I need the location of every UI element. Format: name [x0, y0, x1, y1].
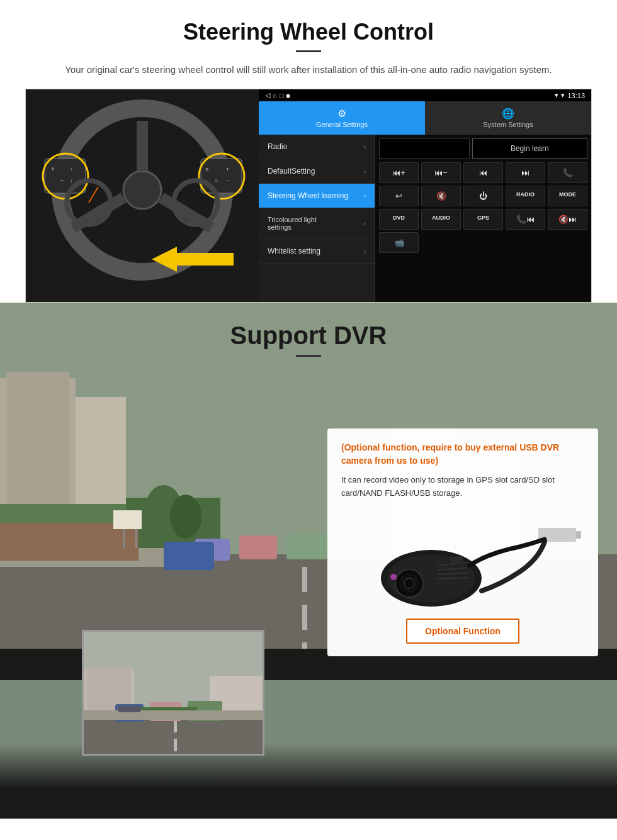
ctrl-dvd[interactable]: DVD	[379, 209, 419, 230]
tab-general-label: General Settings	[263, 121, 421, 128]
svg-text:≡: ≡	[205, 166, 208, 172]
svg-rect-33	[239, 535, 277, 559]
recents-nav: □	[280, 92, 284, 99]
gear-icon: ⚙	[263, 108, 421, 120]
dvr-title-block: Support DVR	[0, 303, 617, 357]
svg-text:+: +	[51, 165, 55, 172]
ctrl-back[interactable]: ↩	[379, 186, 419, 206]
ctrl-audio[interactable]: AUDIO	[421, 209, 461, 230]
ctrl-gps[interactable]: GPS	[463, 209, 503, 230]
control-panel: Begin learn ⏮+ ⏮− ⏮ ⏭ 📞 ↩ 🔇 ⏻	[375, 135, 591, 302]
svg-text:↑: ↑	[70, 167, 72, 172]
svg-rect-71	[118, 706, 140, 712]
svg-rect-34	[286, 534, 327, 559]
tab-system-label: System Settings	[429, 121, 587, 128]
dvr-info-card: (Optional function, require to buy exter…	[327, 428, 598, 656]
controls-row1: ⏮+ ⏮− ⏮ ⏭ 📞	[379, 162, 587, 183]
settings-menu: Radio › DefaultSetting › Steering Wheel …	[259, 135, 375, 302]
steering-demo: + − ↑ ↓ ≡ ○ + −	[25, 89, 592, 303]
svg-rect-11	[201, 159, 242, 193]
menu-steering-label: Steering Wheel learning	[268, 191, 348, 200]
globe-icon: 🌐	[429, 108, 587, 120]
ctrl-call[interactable]: 📞	[548, 162, 587, 183]
android-tabs: ⚙ General Settings 🌐 System Settings	[259, 101, 591, 135]
steering-title: Steering Wheel Control	[25, 19, 592, 45]
ctrl-camera[interactable]: 📹	[379, 232, 419, 253]
svg-rect-58	[450, 556, 463, 564]
dvr-optional-text: (Optional function, require to buy exter…	[341, 441, 584, 468]
svg-text:↓: ↓	[70, 178, 72, 184]
ctrl-mode[interactable]: MODE	[548, 186, 587, 206]
menu-default-setting[interactable]: DefaultSetting ›	[259, 159, 375, 184]
svg-rect-44	[164, 542, 214, 570]
time-display: 13:13	[567, 92, 585, 99]
menu-tricoloured-label: Tricoloured lightsettings	[268, 216, 317, 231]
chevron-right-icon4: ›	[364, 220, 366, 227]
steering-wheel-svg: + − ↑ ↓ ≡ ○ + −	[26, 89, 259, 303]
ctrl-prev[interactable]: ⏮	[463, 162, 503, 183]
dvr-preview-thumbnail	[82, 630, 264, 756]
menu-radio-label: Radio	[268, 142, 287, 151]
android-statusbar: ◁ ○ □ ■ ▾ ▾ 13:13	[259, 89, 591, 101]
empty-left-cell	[379, 138, 470, 159]
menu-whitelist-label: Whitelist setting	[268, 247, 320, 255]
dvr-description: It can record video only to storage in G…	[341, 474, 584, 500]
svg-point-2	[123, 171, 161, 209]
tab-system-settings[interactable]: 🌐 System Settings	[425, 101, 591, 135]
ctrl-vol-up[interactable]: ⏮+	[379, 162, 419, 183]
stop-nav: ■	[286, 92, 290, 99]
controls-row4: 📹	[379, 232, 587, 253]
back-nav: ◁	[265, 91, 270, 99]
ctrl-power[interactable]: ⏻	[463, 186, 503, 206]
steering-photo: + − ↑ ↓ ≡ ○ + −	[26, 89, 259, 303]
home-nav: ○	[273, 92, 277, 99]
dvr-section: Support DVR (Optional function, require …	[0, 303, 617, 819]
steering-section: Steering Wheel Control Your original car…	[0, 0, 617, 303]
chevron-right-icon5: ›	[364, 248, 366, 255]
chevron-right-icon2: ›	[364, 168, 366, 175]
svg-rect-47	[576, 531, 581, 539]
svg-rect-70	[84, 710, 264, 720]
svg-text:○: ○	[215, 177, 218, 184]
begin-learn-button[interactable]: Begin learn	[472, 138, 588, 159]
chevron-right-icon3: ›	[364, 193, 366, 199]
android-content: Radio › DefaultSetting › Steering Wheel …	[259, 135, 591, 302]
chevron-right-icon: ›	[364, 143, 366, 150]
svg-rect-29	[302, 567, 307, 592]
ctrl-radio[interactable]: RADIO	[506, 186, 545, 206]
svg-rect-42	[123, 529, 125, 548]
dvr-camera-illustration	[341, 509, 584, 610]
menu-default-label: DefaultSetting	[268, 167, 315, 176]
menu-whitelist[interactable]: Whitelist setting ›	[259, 239, 375, 264]
signal-icon: ▾	[555, 91, 558, 99]
optional-function-button[interactable]: Optional Function	[406, 619, 519, 644]
ctrl-next[interactable]: ⏭	[506, 162, 545, 183]
controls-row2: ↩ 🔇 ⏻ RADIO MODE	[379, 186, 587, 206]
menu-steering-wheel[interactable]: Steering Wheel learning ›	[259, 184, 375, 208]
ctrl-mute-next[interactable]: 🔇⏭	[548, 209, 587, 230]
controls-row3: DVD AUDIO GPS 📞⏮ 🔇⏭	[379, 209, 587, 230]
title-divider	[296, 50, 321, 52]
svg-text:−: −	[226, 177, 229, 184]
svg-point-53	[390, 574, 397, 580]
menu-radio[interactable]: Radio ›	[259, 135, 375, 159]
dvr-title: Support DVR	[0, 322, 617, 350]
wifi-icon: ▾	[561, 91, 565, 99]
dvr-preview-svg	[84, 632, 264, 756]
svg-rect-65	[174, 739, 177, 751]
ctrl-vol-down[interactable]: ⏮−	[421, 162, 461, 183]
dvr-camera-svg	[343, 509, 582, 610]
dvr-title-divider	[296, 355, 321, 357]
ctrl-mute[interactable]: 🔇	[421, 186, 461, 206]
ctrl-call-prev[interactable]: 📞⏮	[506, 209, 545, 230]
svg-point-39	[170, 495, 201, 539]
tab-general-settings[interactable]: ⚙ General Settings	[259, 101, 425, 135]
svg-text:+: +	[226, 166, 229, 172]
svg-rect-41	[113, 510, 142, 529]
svg-rect-30	[302, 605, 307, 630]
steering-subtitle: Your original car's steering wheel contr…	[25, 62, 592, 77]
svg-text:−: −	[60, 177, 64, 184]
android-panel: ◁ ○ □ ■ ▾ ▾ 13:13 ⚙ General Settings 🌐 S…	[259, 89, 591, 302]
begin-learn-row: Begin learn	[379, 138, 587, 159]
menu-tricoloured[interactable]: Tricoloured lightsettings ›	[259, 208, 375, 239]
